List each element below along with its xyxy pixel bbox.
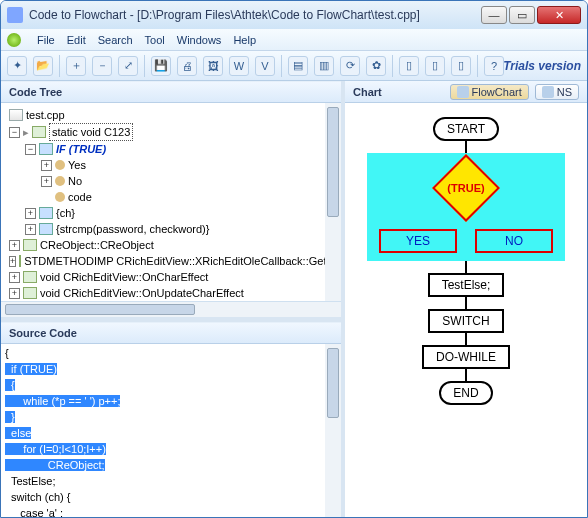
- tb-zoomout-icon[interactable]: －: [92, 56, 112, 76]
- node-switch[interactable]: SWITCH: [428, 309, 503, 333]
- menu-edit[interactable]: Edit: [67, 34, 86, 46]
- tb-save-icon[interactable]: 💾: [151, 56, 171, 76]
- app-window: Code to Flowchart - [D:\Program Files\At…: [0, 0, 588, 518]
- toolbar: ✦ 📂 ＋ － ⤢ 💾 🖨 🖼 W V ▤ ▥ ⟳ ✿ ▯ ▯ ▯ ? Tria…: [1, 51, 587, 81]
- tb-print-icon[interactable]: 🖨: [177, 56, 197, 76]
- node-start[interactable]: START: [433, 117, 499, 141]
- connector: [465, 261, 467, 273]
- dot-icon: [55, 176, 65, 186]
- code-tree-header: Code Tree: [1, 81, 341, 103]
- chart-canvas[interactable]: START (TRUE) YES NO TestElse; S: [345, 103, 587, 517]
- connector: [465, 141, 467, 153]
- node-testelse[interactable]: TestElse;: [428, 273, 505, 297]
- connector: [465, 297, 467, 309]
- tb-help-icon[interactable]: ?: [484, 56, 504, 76]
- switch-icon: [39, 223, 53, 235]
- collapse-icon[interactable]: −: [9, 127, 20, 138]
- node-yes[interactable]: YES: [379, 229, 457, 253]
- tree-item[interactable]: −IF (TRUE): [25, 141, 337, 157]
- tb-collapse-icon[interactable]: ▥: [314, 56, 334, 76]
- menu-file[interactable]: File: [37, 34, 55, 46]
- expand-icon[interactable]: +: [41, 160, 52, 171]
- scrollbar-thumb[interactable]: [327, 107, 339, 217]
- trial-label: Trials version: [503, 59, 581, 73]
- tab-ns[interactable]: NS: [535, 84, 579, 100]
- chart-title: Chart: [353, 86, 444, 98]
- node-dowhile[interactable]: DO-WHILE: [422, 345, 510, 369]
- switch-icon: [39, 207, 53, 219]
- tb-sep: [281, 55, 282, 77]
- node-no[interactable]: NO: [475, 229, 553, 253]
- tb-fit-icon[interactable]: ⤢: [118, 56, 138, 76]
- source-vscrollbar[interactable]: [325, 344, 341, 517]
- tree-vscrollbar[interactable]: [325, 103, 341, 301]
- flowchart: START (TRUE) YES NO TestElse; S: [363, 117, 569, 517]
- tree-item[interactable]: +{strcmp(password, checkword)}: [25, 221, 337, 237]
- connector: [465, 369, 467, 381]
- chart-header: Chart FlowChart NS: [345, 81, 587, 103]
- tree-item[interactable]: +void CRichEditView::OnUpdateCharEffect: [9, 285, 337, 301]
- tb-image-icon[interactable]: 🖼: [203, 56, 223, 76]
- tb-refresh-icon[interactable]: ⟳: [340, 56, 360, 76]
- fn-icon: [23, 271, 37, 283]
- tree-item[interactable]: code: [41, 189, 337, 205]
- menu-tool[interactable]: Tool: [145, 34, 165, 46]
- menu-orb-icon[interactable]: [7, 33, 21, 47]
- tb-word-icon[interactable]: W: [229, 56, 249, 76]
- tree-item[interactable]: +Yes: [41, 157, 337, 173]
- expand-icon[interactable]: +: [41, 176, 52, 187]
- fn-icon: [23, 239, 37, 251]
- connector: [465, 333, 467, 345]
- tree-item[interactable]: +CReObject::CReObject: [9, 237, 337, 253]
- expand-icon[interactable]: +: [9, 240, 20, 251]
- tree-item[interactable]: +void CRichEditView::OnCharEffect: [9, 269, 337, 285]
- expand-icon[interactable]: +: [9, 272, 20, 283]
- code-tree[interactable]: test.cpp −▸static void C123 −IF (TRUE) +…: [1, 103, 341, 301]
- tb-layout2-icon[interactable]: ▯: [425, 56, 445, 76]
- scrollbar-thumb[interactable]: [5, 304, 195, 315]
- menu-windows[interactable]: Windows: [177, 34, 222, 46]
- tree-item[interactable]: +STDMETHODIMP CRichEditView::XRichEditOl…: [9, 253, 337, 269]
- dot-icon: [55, 192, 65, 202]
- expand-icon[interactable]: +: [25, 224, 36, 235]
- tb-layout1-icon[interactable]: ▯: [399, 56, 419, 76]
- scrollbar-thumb[interactable]: [327, 348, 339, 418]
- tree-root[interactable]: test.cpp: [9, 107, 337, 123]
- fn-icon: [23, 287, 37, 299]
- expand-icon[interactable]: +: [9, 256, 16, 267]
- tb-visio-icon[interactable]: V: [255, 56, 275, 76]
- tab-flowchart[interactable]: FlowChart: [450, 84, 529, 100]
- node-condition[interactable]: (TRUE): [431, 163, 501, 213]
- expand-icon[interactable]: +: [9, 288, 20, 299]
- node-end[interactable]: END: [439, 381, 492, 405]
- tb-layout3-icon[interactable]: ▯: [451, 56, 471, 76]
- maximize-button[interactable]: ▭: [509, 6, 535, 24]
- tree-item[interactable]: +No: [41, 173, 337, 189]
- left-column: Code Tree test.cpp −▸static void C123 −I…: [1, 81, 345, 517]
- if-icon: [39, 143, 53, 155]
- source-code-pane[interactable]: { if (TRUE) { while (*p == ' ') p++; } e…: [1, 344, 341, 517]
- title-bar[interactable]: Code to Flowchart - [D:\Program Files\At…: [1, 1, 587, 29]
- right-column: Chart FlowChart NS START (TRUE) YES NO: [345, 81, 587, 517]
- app-icon: [7, 7, 23, 23]
- flowchart-icon: [457, 86, 469, 98]
- tb-settings-icon[interactable]: ✿: [366, 56, 386, 76]
- main-body: Code Tree test.cpp −▸static void C123 −I…: [1, 81, 587, 517]
- minimize-button[interactable]: —: [481, 6, 507, 24]
- menu-bar: File Edit Search Tool Windows Help: [1, 29, 587, 51]
- tree-item[interactable]: −▸static void C123: [9, 123, 337, 141]
- decision-block: (TRUE) YES NO: [367, 153, 565, 261]
- collapse-icon[interactable]: −: [25, 144, 36, 155]
- tb-expand-icon[interactable]: ▤: [288, 56, 308, 76]
- tb-new-icon[interactable]: ✦: [7, 56, 27, 76]
- menu-search[interactable]: Search: [98, 34, 133, 46]
- tb-sep: [144, 55, 145, 77]
- tree-hscrollbar[interactable]: [1, 301, 341, 317]
- tree-item[interactable]: +{ch}: [25, 205, 337, 221]
- menu-help[interactable]: Help: [233, 34, 256, 46]
- expand-icon[interactable]: +: [25, 208, 36, 219]
- window-title: Code to Flowchart - [D:\Program Files\At…: [29, 8, 481, 22]
- tb-open-icon[interactable]: 📂: [33, 56, 53, 76]
- close-button[interactable]: ✕: [537, 6, 581, 24]
- tb-zoomin-icon[interactable]: ＋: [66, 56, 86, 76]
